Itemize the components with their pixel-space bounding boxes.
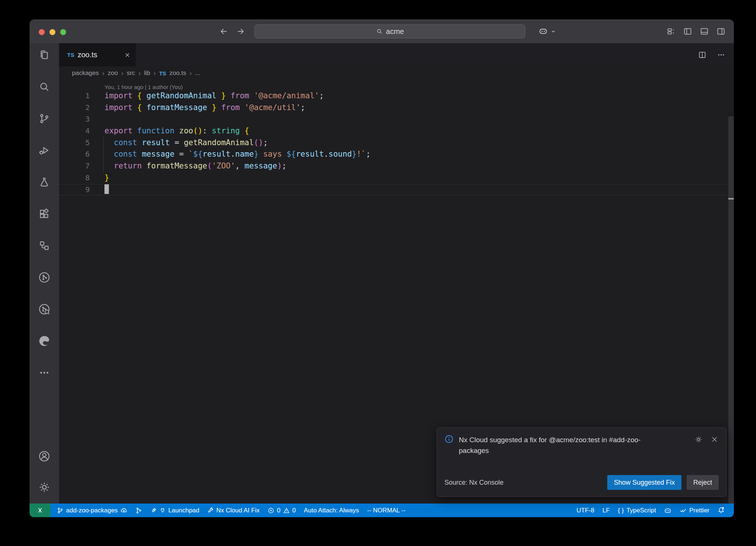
launchpad-label: Launchpad	[168, 507, 199, 514]
run-debug-icon[interactable]	[38, 144, 51, 157]
errors-icon	[268, 507, 274, 514]
breadcrumb-item[interactable]: zoo	[108, 69, 118, 77]
code-line[interactable]: 2import { formatMessage } from '@acme/ut…	[59, 102, 734, 114]
nx-cloud-ai-fix-item[interactable]: Nx Cloud AI Fix	[203, 504, 264, 517]
minimize-window-button[interactable]	[49, 29, 55, 35]
braces-icon: { }	[618, 507, 624, 514]
hierarchy-view-icon[interactable]	[38, 239, 51, 252]
git-branch-item[interactable]: add-zoo-packages	[53, 504, 131, 517]
search-view-icon[interactable]	[38, 80, 51, 93]
code-lines: 1import { getRandomAnimal } from '@acme/…	[59, 90, 734, 195]
edge-browser-icon[interactable]	[38, 334, 51, 348]
toggle-secondary-sidebar-icon[interactable]	[716, 27, 726, 36]
breadcrumb-item[interactable]: packages	[72, 69, 99, 77]
chevron-right-icon: ›	[121, 69, 123, 77]
toggle-primary-sidebar-icon[interactable]	[683, 27, 693, 36]
search-icon	[376, 28, 383, 35]
breadcrumb-more[interactable]: ...	[195, 69, 200, 77]
launchpad-item[interactable]: Launchpad	[146, 504, 203, 517]
eol-item[interactable]: LF	[598, 504, 614, 517]
scrollbar[interactable]	[728, 116, 734, 504]
close-window-button[interactable]	[39, 29, 45, 35]
code-line[interactable]: 7 return formatMessage('ZOO', message);	[59, 160, 734, 172]
auto-attach-item[interactable]: Auto Attach: Always	[300, 504, 363, 517]
line-number: 1	[59, 90, 90, 102]
copilot-menu[interactable]	[538, 26, 556, 36]
notifications-item[interactable]	[714, 504, 729, 517]
split-editor-icon[interactable]	[698, 50, 707, 59]
code-line[interactable]: 1import { getRandomAnimal } from '@acme/…	[59, 90, 734, 102]
reject-button[interactable]: Reject	[687, 475, 719, 490]
notification-toast: Nx Cloud suggested a fix for @acme/zoo:t…	[437, 427, 726, 497]
formatter-label: Prettier	[689, 507, 709, 514]
line-number: 2	[59, 102, 90, 114]
encoding-label: UTF-8	[577, 507, 594, 514]
chevron-right-icon: ›	[102, 69, 104, 77]
testing-icon[interactable]	[38, 175, 51, 189]
title-bar: acme	[30, 20, 734, 43]
code-line[interactable]: 3	[59, 113, 734, 125]
activity-bar-bottom	[38, 450, 51, 504]
window-controls	[39, 29, 66, 35]
vim-mode-label: -- NORMAL --	[367, 507, 405, 514]
show-suggested-fix-button[interactable]: Show Suggested Fix	[607, 475, 681, 490]
vim-mode-item[interactable]: -- NORMAL --	[363, 504, 409, 517]
remote-indicator[interactable]	[30, 504, 51, 517]
graph-branch-icon	[135, 507, 142, 514]
encoding-item[interactable]: UTF-8	[573, 504, 598, 517]
info-icon	[444, 434, 454, 444]
notification-message: Nx Cloud suggested a fix for @acme/zoo:t…	[459, 434, 666, 456]
remote-icon	[37, 507, 44, 514]
search-value: acme	[386, 27, 404, 36]
customize-layout-icon[interactable]	[666, 27, 676, 36]
copilot-status-item[interactable]	[660, 504, 676, 517]
forward-arrow-icon[interactable]	[236, 27, 245, 36]
nx-cloud-icon[interactable]	[38, 303, 51, 316]
line-number: 9	[59, 184, 90, 196]
nx-fix-label: Nx Cloud AI Fix	[216, 507, 260, 514]
code-line[interactable]: 5 const result = getRandomAnimal();	[59, 137, 734, 149]
notification-settings-gear-icon[interactable]	[694, 435, 703, 444]
chevron-right-icon: ›	[189, 69, 192, 77]
breadcrumb-file[interactable]: zoo.ts	[169, 69, 186, 77]
code-line[interactable]: 8}	[59, 172, 734, 184]
account-icon[interactable]	[38, 450, 51, 463]
settings-gear-icon[interactable]	[38, 481, 51, 494]
warnings-icon	[283, 507, 290, 514]
source-control-icon[interactable]	[38, 112, 51, 125]
code-line[interactable]: 6 const message = `${result.name} says $…	[59, 149, 734, 160]
nx-console-icon[interactable]	[38, 271, 51, 284]
toggle-panel-icon[interactable]	[700, 27, 709, 36]
chevron-right-icon: ›	[138, 69, 141, 77]
chevron-right-icon: ›	[154, 69, 156, 77]
tab-zoo-ts[interactable]: TS zoo.ts	[59, 43, 136, 66]
more-actions-icon[interactable]	[717, 50, 726, 59]
formatter-item[interactable]: Prettier	[676, 504, 714, 517]
maximize-window-button[interactable]	[60, 29, 66, 35]
problems-item[interactable]: 0 0	[264, 504, 300, 517]
extensions-icon[interactable]	[38, 207, 51, 221]
activity-bar	[30, 43, 59, 504]
copilot-icon	[538, 26, 548, 36]
line-number: 3	[59, 113, 90, 125]
notification-source: Source: Nx Console	[444, 479, 504, 487]
source-control-graph-item[interactable]	[131, 504, 146, 517]
close-notification-icon[interactable]	[710, 435, 719, 444]
command-center-search[interactable]: acme	[254, 24, 525, 38]
chevron-down-icon	[550, 28, 556, 34]
indent-guide	[103, 137, 104, 172]
code-line[interactable]: 4export function zoo(): string {	[59, 125, 734, 137]
explorer-icon[interactable]	[38, 48, 51, 62]
language-mode-item[interactable]: { } TypeScript	[614, 504, 660, 517]
double-check-icon	[680, 507, 687, 514]
additional-views-icon[interactable]	[38, 366, 51, 379]
line-number: 6	[59, 149, 90, 160]
code-line[interactable]: 9	[59, 184, 734, 196]
breadcrumb: packages› zoo› src› lib› TS zoo.ts› ...	[59, 66, 734, 80]
git-blame-codelens[interactable]: You, 1 hour ago | 1 author (You)	[59, 80, 734, 90]
breadcrumb-item[interactable]: lib	[144, 69, 150, 77]
close-tab-icon[interactable]	[124, 52, 131, 58]
back-arrow-icon[interactable]	[219, 27, 228, 36]
breadcrumb-item[interactable]: src	[127, 69, 135, 77]
copilot-icon	[664, 507, 671, 514]
